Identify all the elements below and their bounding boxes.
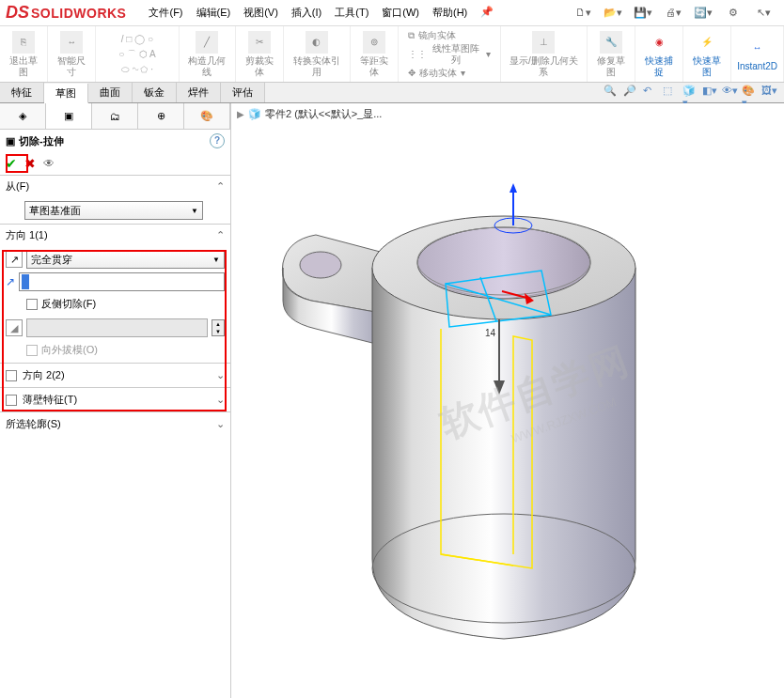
direction1-header[interactable]: 方向 1(1) ⌃ [0, 225, 230, 246]
thin-checkbox[interactable] [6, 395, 17, 406]
heads-up-view-toolbar: 🔍 🔎 ↶ ⬚ 🧊▾ ◧▾ 👁▾ 🎨▾ 🖼▾ [604, 83, 784, 102]
convert-icon: ◐ [306, 31, 328, 54]
section-view-icon[interactable]: ⬚ [663, 85, 680, 101]
menu-file[interactable]: 文件(F) [143, 2, 188, 23]
tab-config-manager[interactable]: 🗂 [92, 103, 138, 129]
instant2d-button[interactable]: ↔ Instant2D [731, 26, 784, 82]
tab-sheetmetal[interactable]: 钣金 [133, 83, 177, 102]
from-section: 从(F) ⌃ 草图基准面 ▼ [0, 175, 230, 224]
preview-button[interactable]: 👁 [43, 157, 55, 170]
tab-property-manager[interactable]: ▣ [46, 103, 92, 129]
repair-sketch-button[interactable]: 🔧 修复草图 [588, 26, 635, 82]
tab-display-manager[interactable]: 🎨 [184, 103, 230, 129]
construct-geom-button[interactable]: ╱ 构造几何线 [180, 26, 237, 82]
feature-title-row: ▣ 切除-拉伸 ? [0, 130, 230, 152]
chevron-down-icon: ▼ [191, 207, 198, 215]
direction1-label: 方向 1(1) [6, 228, 48, 242]
help-icon[interactable]: ? [210, 133, 225, 148]
chevron-down-icon: ⌄ [216, 418, 225, 430]
instant2d-icon: ↔ [746, 37, 769, 59]
repair-icon: 🔧 [600, 31, 622, 54]
hide-show-icon[interactable]: 👁▾ [722, 85, 739, 101]
from-dropdown[interactable]: 草图基准面 ▼ [24, 201, 203, 220]
options-button[interactable]: ⚙ [720, 4, 746, 23]
menu-tools[interactable]: 工具(T) [329, 2, 374, 23]
smart-dimension-button[interactable]: ↔ 智能尺寸 [48, 26, 96, 82]
new-button[interactable]: 🗋▾ [570, 4, 596, 23]
command-manager: ⎘ 退出草图 ↔ 智能尺寸 / □ ◯ ○ ○ ⌒ ⬡ A ⬭ ∿ ⬠ · ╱ … [0, 26, 784, 83]
end-condition-dropdown[interactable]: 完全贯穿 ▼ [26, 250, 225, 269]
open-button[interactable]: 📂▾ [600, 4, 626, 23]
linear-pattern-button[interactable]: ⋮⋮线性草图阵列 ▾ [404, 42, 494, 67]
from-label: 从(F) [6, 179, 29, 194]
contours-label: 所选轮廓(S) [6, 417, 61, 431]
mirror-button[interactable]: ⧉镜向实体 [404, 29, 460, 42]
menu-view[interactable]: 视图(V) [238, 2, 284, 23]
menu-window[interactable]: 窗口(W) [376, 2, 425, 23]
rapid-sketch-button[interactable]: ⚡ 快速草图 [683, 26, 731, 82]
zoom-area-icon[interactable]: 🔎 [623, 85, 640, 101]
tab-evaluate[interactable]: 评估 [221, 83, 265, 102]
convert-entities-button[interactable]: ◐ 转换实体引用 [284, 26, 350, 82]
chevron-down-icon: ⌄ [216, 394, 225, 406]
rapid-sketch-icon: ⚡ [696, 31, 718, 54]
view-orientation-icon[interactable]: 🧊▾ [682, 85, 699, 101]
rebuild-button[interactable]: 🔄▾ [690, 4, 716, 23]
print-button[interactable]: 🖨▾ [660, 4, 686, 23]
direction2-section[interactable]: 方向 2(2) ⌄ [0, 363, 230, 387]
reverse-direction-button[interactable]: ↗ [6, 251, 23, 268]
zoom-fit-icon[interactable]: 🔍 [604, 85, 620, 101]
scene-icon[interactable]: 🖼▾ [761, 85, 778, 101]
mirror-pattern-group: ⧉镜向实体 ⋮⋮线性草图阵列 ▾ ✥移动实体 ▾ [399, 26, 501, 82]
draft-outward-checkbox [26, 345, 38, 356]
tab-surface[interactable]: 曲面 [88, 83, 133, 102]
exit-sketch-button[interactable]: ⎘ 退出草图 [0, 26, 48, 82]
move-entities-button[interactable]: ✥移动实体 ▾ [404, 67, 469, 80]
tab-dimxpert[interactable]: ⊕ [138, 103, 184, 129]
draft-spinner[interactable]: ▲▼ [212, 319, 225, 336]
direction2-checkbox[interactable] [6, 370, 17, 381]
solidworks-logo: DS SOLIDWORKS [0, 3, 132, 23]
quick-snap-button[interactable]: ◉ 快速捕捉 [635, 26, 683, 82]
direction1-section: 方向 1(1) ⌃ ↗ 完全贯穿 ▼ ↗ [0, 224, 230, 363]
select-button[interactable]: ↖▾ [750, 4, 776, 23]
dimension-text: 14 [485, 328, 496, 338]
feature-title: 切除-拉伸 [19, 134, 64, 148]
prev-view-icon[interactable]: ↶ [643, 85, 660, 101]
display-style-icon[interactable]: ◧▾ [702, 85, 719, 101]
draft-icon[interactable]: ◢ [6, 319, 23, 336]
pattern-icon: ⋮⋮ [408, 49, 427, 60]
command-manager-tabs: 特征 草图 曲面 钣金 焊件 评估 🔍 🔎 ↶ ⬚ 🧊▾ ◧▾ 👁▾ 🎨▾ 🖼▾ [0, 83, 784, 103]
mirror-icon: ⧉ [408, 30, 415, 41]
logo-text: SOLIDWORKS [31, 6, 126, 21]
ok-button[interactable]: ✔ [6, 156, 17, 171]
from-section-header[interactable]: 从(F) ⌃ [0, 176, 230, 197]
draft-outward-label: 向外拔模(O) [41, 343, 98, 357]
offset-entities-button[interactable]: ⊚ 等距实体 [351, 26, 399, 82]
pin-icon[interactable]: 📌 [475, 2, 499, 23]
graphics-viewport[interactable]: ▶ 🧊 零件2 (默认<<默认>_显... [231, 103, 784, 698]
selected-contours-section[interactable]: 所选轮廓(S) ⌄ [0, 411, 230, 436]
flip-side-checkbox[interactable] [26, 299, 38, 310]
tab-weldment[interactable]: 焊件 [177, 83, 221, 102]
model-view: 14 [231, 103, 784, 695]
chevron-down-icon: ▼ [212, 256, 220, 264]
tab-feature-manager[interactable]: ◈ [0, 103, 46, 129]
direction-vector-input[interactable] [19, 272, 225, 291]
menu-insert[interactable]: 插入(I) [286, 2, 327, 23]
tab-sketch[interactable]: 草图 [44, 84, 88, 103]
display-relations-button[interactable]: ⊥ 显示/删除几何关系 [501, 26, 588, 82]
save-button[interactable]: 💾▾ [630, 4, 656, 23]
tab-features[interactable]: 特征 [0, 83, 44, 102]
menu-edit[interactable]: 编辑(E) [191, 2, 237, 23]
cancel-button[interactable]: ✖ [24, 156, 36, 171]
title-bar: DS SOLIDWORKS 文件(F) 编辑(E) 视图(V) 插入(I) 工具… [0, 0, 784, 26]
direction2-label: 方向 2(2) [23, 368, 65, 382]
direction-arrow-icon[interactable]: ↗ [6, 275, 15, 288]
trim-entities-button[interactable]: ✂ 剪裁实体 [236, 26, 284, 82]
trim-icon: ✂ [248, 31, 271, 54]
menu-help[interactable]: 帮助(H) [427, 2, 473, 23]
menu-bar: 文件(F) 编辑(E) 视图(V) 插入(I) 工具(T) 窗口(W) 帮助(H… [143, 2, 499, 23]
thin-feature-section[interactable]: 薄壁特征(T) ⌄ [0, 387, 230, 411]
appearance-icon[interactable]: 🎨▾ [742, 85, 759, 101]
